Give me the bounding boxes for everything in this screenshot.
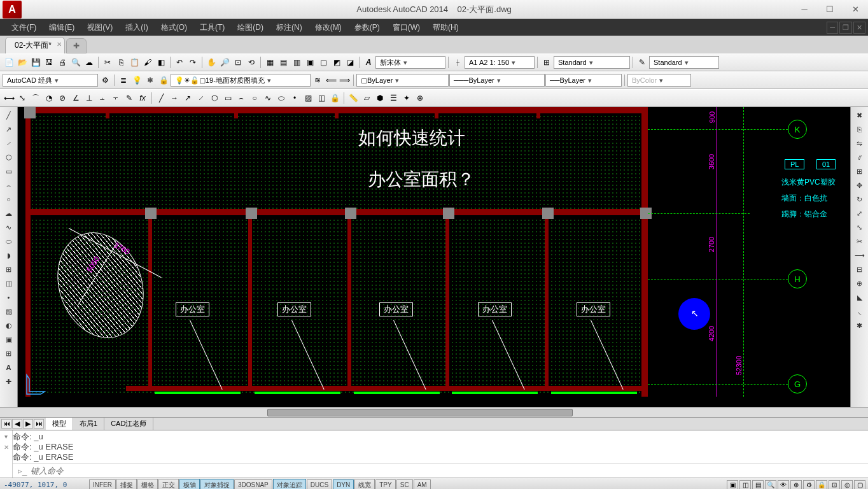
extend-icon[interactable]: ⟶ [853, 250, 866, 261]
toggle-3dosnap[interactable]: 3DOSNAP [234, 479, 272, 489]
ws-switch-icon[interactable]: ⚙ [803, 480, 815, 490]
calc-icon[interactable]: ▣ [304, 56, 316, 69]
annoscale-icon[interactable]: 🔍 [765, 480, 776, 490]
toggle-grid[interactable]: 栅格 [137, 479, 158, 490]
mleader-select[interactable]: Standard [649, 56, 719, 69]
break-icon[interactable]: ⊟ [853, 264, 866, 275]
dim-ord-icon[interactable]: ⊥ [83, 92, 95, 104]
menu-format[interactable]: 格式(O) [155, 20, 193, 36]
close-button[interactable]: ✕ [843, 1, 868, 17]
tab-first-icon[interactable]: ⏮ [1, 419, 11, 429]
save-icon[interactable]: 💾 [29, 56, 42, 69]
workspace-select[interactable]: AutoCAD 经典 [3, 74, 98, 87]
match-icon[interactable]: 🖌 [141, 56, 154, 69]
circle-tool-icon[interactable]: ○ [3, 194, 15, 205]
menu-view[interactable]: 视图(V) [81, 20, 119, 36]
toggle-sc[interactable]: SC [396, 479, 413, 489]
publish-icon[interactable]: ☁ [83, 56, 95, 69]
area-icon[interactable]: ▱ [360, 92, 373, 104]
toggle-snap[interactable]: 捕捉 [116, 479, 137, 490]
id-icon[interactable]: ✦ [400, 92, 413, 104]
dimstyle-icon[interactable]: ⟊ [451, 56, 464, 69]
fx-icon[interactable]: fx [136, 92, 149, 104]
toggle-am[interactable]: AM [414, 479, 431, 489]
maximize-button[interactable]: ☐ [817, 1, 843, 17]
mirror-icon[interactable]: ⇋ [853, 138, 866, 149]
layer-prev-icon[interactable]: ⟸ [325, 74, 337, 87]
tablestyle-icon[interactable]: ⊞ [540, 56, 553, 69]
menu-param[interactable]: 参数(P) [348, 20, 386, 36]
toggle-ducs[interactable]: DUCS [307, 479, 332, 489]
menu-insert[interactable]: 插入(I) [119, 20, 154, 36]
menu-tools[interactable]: 工具(T) [193, 20, 231, 36]
dim-arc-icon[interactable]: ⌒ [29, 92, 42, 104]
toggle-tpy[interactable]: TPY [375, 479, 395, 489]
open-icon[interactable]: 📂 [16, 56, 29, 69]
polygon-icon[interactable]: ⬡ [208, 92, 221, 104]
app-logo[interactable]: A [3, 1, 22, 18]
layer-freeze-icon[interactable]: ❄ [144, 74, 157, 87]
cut-icon[interactable]: ✂ [101, 56, 114, 69]
child-close-icon[interactable]: ✕ [853, 22, 865, 34]
dim-aligned-icon[interactable]: ⤡ [16, 92, 29, 104]
layer-walk-icon[interactable]: ⟹ [338, 74, 351, 87]
arc-tool-icon[interactable]: ⌢ [3, 180, 15, 191]
tab-close-icon[interactable]: ✕ [57, 41, 62, 48]
paste-icon[interactable]: 📋 [128, 56, 141, 69]
lock2-icon[interactable]: 🔒 [328, 92, 341, 104]
join-icon[interactable]: ⊕ [853, 278, 866, 289]
dim-base-icon[interactable]: ⫠ [96, 92, 109, 104]
toggle-polar[interactable]: 极轴 [179, 479, 200, 490]
explode-icon[interactable]: ✱ [853, 320, 866, 331]
erase-icon[interactable]: ✖ [853, 110, 866, 121]
clean-screen-icon[interactable]: ▢ [854, 480, 865, 490]
insert-block-icon[interactable]: ⊞ [3, 264, 15, 275]
lock-ui-icon[interactable]: 🔒 [816, 480, 827, 490]
tool-palette-icon[interactable]: ▥ [290, 56, 303, 69]
tablestyle-select[interactable]: Standard [554, 56, 630, 69]
mleader-icon[interactable]: ✎ [636, 56, 648, 69]
xline-icon[interactable]: ↗ [181, 92, 194, 104]
spline-tool-icon[interactable]: ∿ [3, 222, 15, 233]
zoom-window-icon[interactable]: ⊡ [232, 56, 244, 69]
point-icon[interactable]: • [288, 92, 301, 104]
dim-linear-icon[interactable]: ⟷ [3, 92, 15, 104]
rect-icon[interactable]: ▭ [221, 92, 234, 104]
tab-teacher[interactable]: CAD江老师 [104, 418, 153, 430]
dim-dia-icon[interactable]: ⊘ [56, 92, 69, 104]
annovis-icon[interactable]: 👁 [778, 480, 789, 490]
arc-icon[interactable]: ⌢ [235, 92, 248, 104]
tab-prev-icon[interactable]: ◀ [12, 419, 22, 429]
region-icon[interactable]: ◫ [315, 92, 328, 104]
stretch-icon[interactable]: ⤡ [853, 222, 866, 233]
menu-help[interactable]: 帮助(H) [426, 20, 465, 36]
text-style-icon[interactable]: A [362, 56, 375, 69]
polygon-tool-icon[interactable]: ⬡ [3, 152, 15, 163]
redo-icon[interactable]: ↷ [186, 56, 199, 69]
qview-icon[interactable]: ◫ [739, 480, 751, 490]
menu-window[interactable]: 窗口(W) [386, 20, 426, 36]
table-tool-icon[interactable]: ⊞ [3, 348, 15, 359]
menu-edit[interactable]: 编辑(E) [43, 20, 81, 36]
markup-icon[interactable]: ◩ [330, 56, 343, 69]
ellipse-tool-icon[interactable]: ⬭ [3, 236, 15, 247]
offset-icon[interactable]: ⫽ [853, 152, 866, 163]
toggle-lwt[interactable]: 线宽 [354, 479, 375, 490]
mtext-tool-icon[interactable]: A [3, 362, 15, 373]
dimstyle-select[interactable]: A1 A2 1: 150 [465, 56, 535, 69]
pline-icon[interactable]: ⟋ [195, 92, 207, 104]
command-input[interactable] [31, 466, 863, 476]
new-tab-button[interactable]: ✚ [66, 38, 87, 53]
preview-icon[interactable]: 🔍 [69, 56, 82, 69]
line-icon[interactable]: ╱ [155, 92, 167, 104]
workspace-gear-icon[interactable]: ⚙ [99, 74, 111, 87]
scale-icon[interactable]: ⤢ [853, 208, 866, 219]
cmd-close-icon[interactable]: ✕ [4, 444, 9, 451]
layer-state-icon[interactable]: 💡 [130, 74, 143, 87]
dim-radius-icon[interactable]: ◔ [43, 92, 55, 104]
trim-icon[interactable]: ✂ [853, 236, 866, 247]
layer-props-icon[interactable]: ≣ [117, 74, 130, 87]
dc-icon[interactable]: ▢ [317, 56, 330, 69]
tab-last-icon[interactable]: ⏭ [34, 419, 44, 429]
model-space-icon[interactable]: ▣ [727, 480, 738, 490]
